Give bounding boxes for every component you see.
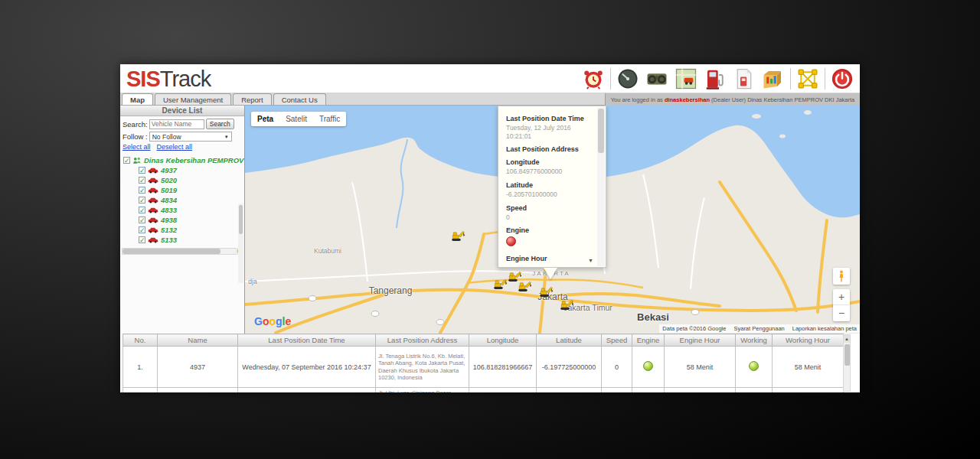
cell-engine (632, 347, 665, 388)
table-vertical-scrollbar[interactable]: ▲ (843, 334, 851, 392)
app-logo: SISTrack (126, 67, 211, 92)
excavator-marker[interactable] (492, 278, 508, 291)
map-type-traffic[interactable]: Traffic (313, 112, 346, 126)
cell-address: Jl. Ubi, Luar, Cipinang Besar, Jakarta (376, 388, 469, 393)
fuel-report-icon[interactable] (733, 67, 756, 90)
excavator-marker[interactable] (538, 285, 554, 298)
pegman-control[interactable] (833, 268, 850, 285)
login-username: dinaskebersihan (665, 96, 710, 103)
follow-select[interactable]: No Follow ▼ (149, 132, 232, 142)
attribution-link[interactable]: Laporkan kesalahan peta (792, 325, 857, 332)
vehicle-row: ✓5132 (123, 225, 243, 235)
app-header: SISTrack (120, 64, 860, 93)
tab-user-management[interactable]: User Management (155, 93, 231, 105)
tab-map[interactable]: Map (122, 93, 153, 105)
popup-dropdown-arrow-icon[interactable]: ▼ (588, 258, 593, 263)
excavator-marker[interactable] (450, 230, 466, 243)
follow-label: Follow : (122, 132, 148, 141)
tab-report[interactable]: Report (233, 93, 272, 105)
device-group-label[interactable]: Dinas Kebersihan PEMPROV (144, 156, 243, 164)
deselect-all-link[interactable]: Deselect all (157, 143, 193, 151)
checkbox[interactable]: ✓ (139, 236, 145, 243)
cell-working_hour (773, 388, 844, 393)
popup-field: Engine Hour (506, 255, 596, 262)
checkbox[interactable]: ✓ (139, 187, 145, 194)
vehicle-label[interactable]: 4834 (161, 196, 177, 204)
popup-field-label: Latitude (506, 181, 596, 189)
popup-scrollbar[interactable] (597, 107, 605, 266)
vehicle-label[interactable]: 5132 (161, 226, 177, 234)
excavator-marker[interactable] (559, 298, 574, 311)
icon-group-divider (825, 68, 825, 90)
network-icon[interactable] (796, 67, 819, 90)
scroll-up-arrow-icon[interactable]: ▲ (844, 335, 850, 343)
vehicle-table-area: No.NameLast Position Date TimeLast Posit… (120, 334, 860, 392)
map-canvas[interactable]: KutabumidjaTangerangJAKARTAJakartaJakart… (245, 106, 860, 334)
popup-field-value: 106.849776000000 (506, 168, 590, 176)
popup-field-value: 0 (506, 213, 590, 222)
power-icon[interactable] (831, 67, 854, 90)
pegman-icon (838, 270, 844, 283)
cell-latitude (537, 388, 602, 393)
follow-row: Follow : No Follow ▼ (120, 129, 244, 142)
scrollbar-thumb[interactable] (598, 109, 604, 153)
report-chart-icon[interactable] (762, 67, 785, 90)
fuel-pump-icon[interactable] (704, 67, 727, 90)
car-icon (148, 216, 158, 223)
table-row: Jl. Ubi, Luar, Cipinang Besar, Jakarta (123, 388, 844, 393)
vehicle-label[interactable]: 5133 (161, 236, 177, 244)
cell-working (736, 388, 773, 393)
map-zoom-control: + − (833, 289, 850, 321)
checkbox[interactable]: ✓ (139, 216, 145, 223)
checkbox[interactable]: ✓ (139, 207, 145, 213)
attribution-link[interactable]: Syarat Penggunaan (733, 325, 784, 332)
speedometer-icon[interactable] (616, 67, 639, 90)
follow-select-value: No Follow (152, 133, 181, 141)
map-type-peta[interactable]: Peta (251, 112, 279, 126)
checkbox[interactable]: ✓ (139, 197, 145, 203)
select-all-link[interactable]: Select all (122, 143, 151, 151)
vehicle-label[interactable]: 4937 (161, 166, 177, 174)
map-copyright: Data peta ©2016 Google (662, 325, 726, 332)
zoom-out-button[interactable]: − (833, 305, 850, 321)
vehicle-row: ✓5019 (123, 185, 243, 195)
alarm-clock-icon[interactable] (582, 67, 605, 90)
zoom-in-button[interactable]: + (833, 289, 850, 305)
search-input[interactable] (149, 119, 204, 129)
excavator-marker[interactable] (517, 280, 532, 293)
vehicle-map-icon[interactable] (675, 67, 697, 90)
cell-longitude: 106.818281966667 (469, 347, 537, 388)
tree-horizontal-scrollbar[interactable]: ► (122, 248, 243, 255)
cell-no: 1. (123, 347, 158, 388)
vehicle-label[interactable]: 5019 (161, 186, 177, 194)
binoculars-icon[interactable] (645, 67, 668, 90)
cell-address: Jl. Tenaga Listrik No.6, Kb. Melati, Tan… (376, 347, 469, 388)
app-window: SISTrack MapUser ManagementReportContact… (120, 64, 860, 392)
checkbox[interactable]: ✓ (139, 167, 145, 174)
search-button[interactable]: Search (206, 119, 234, 129)
car-icon (148, 236, 158, 243)
checkbox[interactable]: ✓ (139, 226, 145, 233)
login-status: You are logged in as dinaskebersihan (De… (605, 93, 860, 106)
vehicle-label[interactable]: 5020 (161, 176, 177, 184)
scrollbar-thumb[interactable] (122, 249, 220, 254)
scrollbar-thumb[interactable] (239, 205, 243, 234)
tree-vertical-scrollbar[interactable] (238, 203, 243, 283)
car-icon (148, 177, 158, 184)
vehicle-label[interactable]: 4938 (161, 216, 177, 224)
vehicle-row: ✓4834 (123, 195, 243, 205)
car-icon (148, 167, 158, 174)
checkbox[interactable]: ✓ (123, 157, 130, 164)
popup-field: Latitude-6.205701000000 (506, 181, 596, 199)
search-row: Search: Search (120, 116, 244, 129)
cell-name (158, 388, 238, 393)
engine-status-red-icon (506, 236, 516, 246)
map-type-satelit[interactable]: Satelit (279, 112, 313, 126)
vehicle-label[interactable]: 4833 (161, 206, 177, 214)
tab-contact-us[interactable]: Contact Us (273, 93, 326, 105)
cell-latitude: -6.197725000000 (537, 347, 602, 388)
cell-working_hour: 58 Menit (773, 347, 844, 388)
header-icon-bar (579, 67, 857, 91)
checkbox[interactable]: ✓ (139, 177, 145, 184)
scrollbar-thumb[interactable] (844, 344, 850, 366)
